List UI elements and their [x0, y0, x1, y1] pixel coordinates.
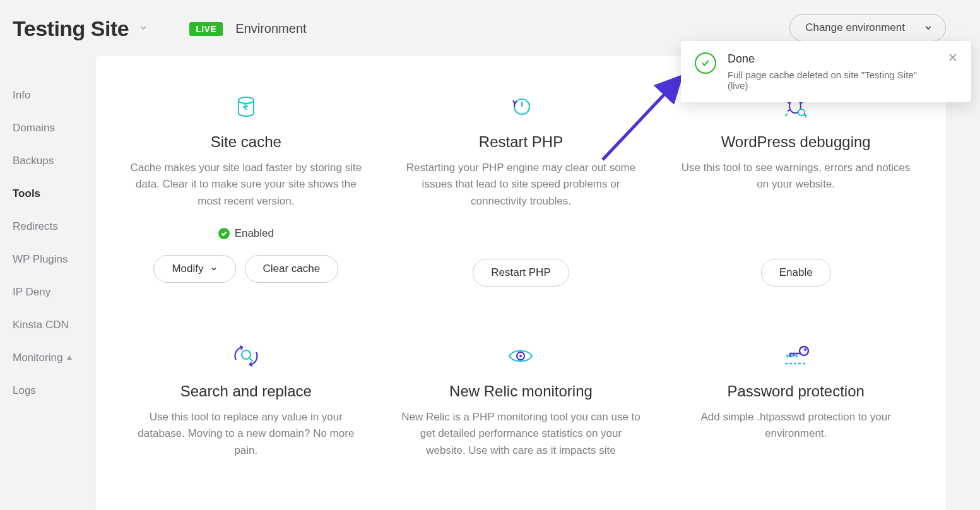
- success-check-icon: [695, 52, 716, 74]
- cache-status: Enabled: [218, 227, 274, 240]
- clear-cache-button[interactable]: Clear cache: [245, 255, 339, 283]
- close-icon: [948, 53, 957, 62]
- sidebar-item-wp-plugins[interactable]: WP Plugins: [13, 253, 95, 266]
- svg-point-6: [242, 350, 251, 359]
- change-environment-label: Change environment: [805, 21, 905, 34]
- modify-cache-button[interactable]: Modify: [153, 255, 235, 283]
- change-environment-button[interactable]: Change environment: [789, 14, 946, 42]
- svg-point-0: [239, 97, 254, 104]
- cache-icon: [235, 94, 257, 119]
- card-desc: Restarting your PHP engine may clear out…: [401, 160, 641, 210]
- card-desc: Use this tool to see warnings, errors an…: [676, 160, 916, 193]
- card-restart-php: Restart PHP Restarting your PHP engine m…: [396, 94, 646, 287]
- svg-point-4: [798, 109, 805, 116]
- svg-point-9: [519, 355, 522, 357]
- svg-point-11: [804, 348, 806, 351]
- search-replace-icon: [232, 343, 260, 369]
- svg-text:***: ***: [785, 353, 799, 362]
- svg-point-10: [800, 347, 808, 355]
- card-new-relic: New Relic monitoring New Relic is a PHP …: [396, 343, 646, 459]
- card-title: Site cache: [211, 133, 281, 151]
- sidebar-item-backups[interactable]: Backups: [13, 155, 95, 167]
- card-title: WordPress debugging: [721, 133, 871, 151]
- env-badge: LIVE: [189, 22, 223, 36]
- restart-icon: [508, 94, 533, 119]
- chevron-down-icon: [210, 265, 218, 273]
- sidebar-item-info[interactable]: Info: [13, 89, 95, 102]
- toast-notification: Done Full page cache deleted on site "Te…: [681, 41, 971, 102]
- card-title: Search and replace: [180, 382, 312, 400]
- key-icon: ***: [781, 343, 810, 369]
- enable-debugging-button[interactable]: Enable: [761, 259, 831, 287]
- card-site-cache: Site cache Cache makes your site load fa…: [121, 94, 371, 287]
- sidebar-item-logs[interactable]: Logs: [13, 384, 95, 397]
- chevron-down-icon: [924, 23, 933, 32]
- content-panel: Site cache Cache makes your site load fa…: [96, 56, 946, 510]
- sidebar-item-kinsta-cdn[interactable]: Kinsta CDN: [13, 319, 95, 331]
- card-desc: Add simple .htpasswd protection to your …: [676, 409, 916, 442]
- card-title: Restart PHP: [479, 133, 563, 151]
- site-title: Testing Site: [13, 16, 129, 41]
- card-desc: Use this tool to replace any value in yo…: [126, 409, 366, 459]
- card-desc: Cache makes your site load faster by sto…: [126, 160, 366, 210]
- env-label: Environment: [235, 21, 306, 36]
- card-search-replace: Search and replace Use this tool to repl…: [121, 343, 371, 459]
- sidebar-item-domains[interactable]: Domains: [13, 122, 95, 134]
- card-wp-debugging: WordPress debugging Use this tool to see…: [671, 94, 921, 287]
- arrow-up-icon: [66, 355, 73, 361]
- cache-status-label: Enabled: [235, 227, 274, 240]
- sidebar: Info Domains Backups Tools Redirects WP …: [0, 56, 95, 510]
- sidebar-item-monitoring[interactable]: Monitoring: [13, 352, 95, 364]
- svg-line-7: [249, 358, 253, 362]
- toast-message: Full page cache deleted on site "Testing…: [728, 69, 937, 91]
- restart-php-button[interactable]: Restart PHP: [473, 259, 569, 287]
- card-desc: New Relic is a PHP monitoring tool you c…: [401, 409, 641, 459]
- sidebar-item-redirects[interactable]: Redirects: [13, 220, 95, 233]
- card-title: Password protection: [727, 382, 864, 400]
- sidebar-item-ip-deny[interactable]: IP Deny: [13, 286, 95, 299]
- check-circle-icon: [218, 228, 230, 239]
- site-switch-chevron-icon[interactable]: [139, 23, 148, 35]
- toast-close-button[interactable]: [948, 52, 957, 64]
- card-password-protection: *** Password protection Add simple .htpa…: [671, 343, 921, 459]
- sidebar-item-tools[interactable]: Tools: [13, 187, 95, 200]
- card-title: New Relic monitoring: [449, 382, 593, 400]
- toast-title: Done: [728, 52, 937, 66]
- eye-icon: [507, 343, 534, 369]
